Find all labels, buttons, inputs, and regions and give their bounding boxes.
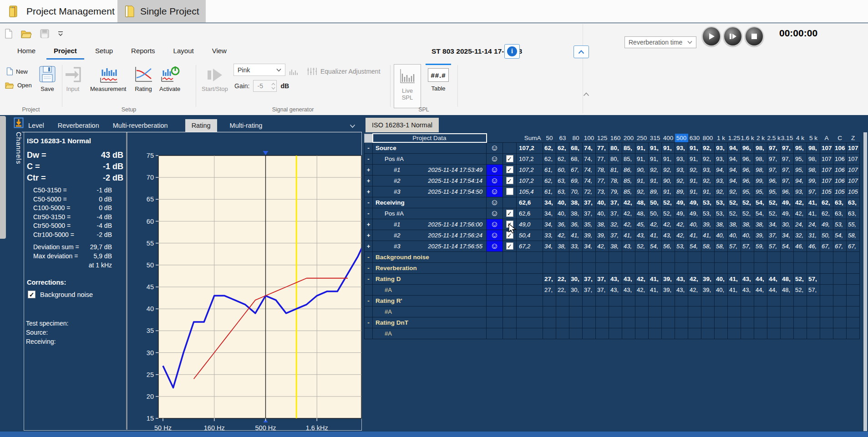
band-value[interactable]: 68, [569, 153, 583, 164]
band-value[interactable]: 93, [794, 186, 807, 197]
frequency-column-header[interactable]: 1.25 [728, 134, 741, 142]
band-value[interactable]: 39, [701, 273, 715, 284]
band-value[interactable]: 38, [569, 197, 583, 208]
expand-toggle[interactable]: - [365, 273, 373, 284]
band-value[interactable]: 95, [741, 186, 754, 197]
band-value[interactable]: 50, [649, 197, 662, 208]
band-value[interactable]: 40, [728, 230, 741, 241]
band-value[interactable]: 40, [715, 230, 728, 241]
band-value[interactable]: 74, [583, 142, 596, 153]
band-value[interactable] [807, 328, 820, 339]
band-value[interactable] [609, 317, 622, 328]
band-value[interactable]: 52, [767, 208, 781, 219]
band-value[interactable] [715, 262, 728, 273]
band-value[interactable]: 91, [635, 153, 649, 164]
suma-column-header[interactable]: SumA [517, 134, 543, 142]
stepper-up-icon[interactable] [271, 83, 275, 85]
tab-rating[interactable]: Rating [185, 119, 217, 132]
band-value[interactable]: 107 [820, 153, 833, 164]
band-value[interactable]: 30, [569, 284, 583, 295]
band-value[interactable] [754, 306, 767, 317]
band-value[interactable]: 94, [794, 175, 807, 186]
band-value[interactable]: 37, [767, 230, 781, 241]
band-value[interactable] [662, 328, 675, 339]
include-checkbox[interactable]: ✓ [506, 155, 513, 162]
band-value[interactable]: 42, [675, 219, 688, 230]
band-value[interactable] [556, 295, 569, 306]
band-value[interactable]: 54, [833, 230, 847, 241]
band-value[interactable]: 53, [675, 241, 688, 251]
band-value[interactable]: 95, [767, 186, 781, 197]
band-value[interactable] [543, 262, 556, 273]
band-value[interactable]: 92, [662, 164, 675, 175]
band-value[interactable]: 52, [635, 241, 649, 251]
band-value[interactable]: 37, [583, 284, 596, 295]
band-value[interactable]: 52, [794, 273, 807, 284]
band-value[interactable] [767, 295, 781, 306]
input-button[interactable]: Input [64, 66, 82, 92]
band-value[interactable]: 90, [662, 175, 675, 186]
band-value[interactable]: 80, [609, 142, 622, 153]
measurement-button[interactable]: Measurement [90, 66, 126, 92]
open-button[interactable]: Open [5, 81, 32, 89]
band-value[interactable]: 96, [741, 142, 754, 153]
info-button[interactable]: i [504, 44, 520, 59]
band-value[interactable]: 38, [556, 241, 569, 251]
band-value[interactable]: 98, [754, 153, 767, 164]
toolbar-customize-icon[interactable] [57, 30, 64, 37]
expand-toggle[interactable]: - [365, 317, 373, 328]
band-value[interactable]: 44, [767, 273, 781, 284]
band-value[interactable]: 67, [833, 241, 847, 251]
band-value[interactable] [635, 328, 649, 339]
expand-toggle[interactable]: + [365, 219, 373, 230]
include-checkbox[interactable]: ✓ [506, 210, 513, 217]
suma-value[interactable]: 50,4 [517, 230, 543, 241]
band-value[interactable] [649, 306, 662, 317]
band-value[interactable]: 67, [820, 241, 833, 251]
channels-dock-strip[interactable] [0, 116, 6, 239]
tab-reverberation[interactable]: Reverberation [57, 119, 100, 132]
band-value[interactable]: 89, [649, 186, 662, 197]
frequency-column-header[interactable]: 63 [556, 134, 569, 142]
frequency-column-header[interactable]: 200 [622, 134, 635, 142]
activate-button[interactable]: Activate [159, 66, 180, 92]
band-value[interactable]: 56, [662, 241, 675, 251]
band-value[interactable]: 91, [649, 153, 662, 164]
stop-button[interactable] [745, 26, 764, 46]
band-value[interactable] [847, 251, 860, 262]
band-value[interactable]: 37, [596, 284, 609, 295]
band-value[interactable] [569, 317, 583, 328]
band-value[interactable]: 22, [556, 284, 569, 295]
band-value[interactable] [662, 295, 675, 306]
band-value[interactable] [688, 295, 701, 306]
frequency-column-header[interactable]: 5 k [807, 134, 820, 142]
band-value[interactable] [715, 306, 728, 317]
band-value[interactable]: 93, [675, 153, 688, 164]
pause-continue-button[interactable] [723, 26, 742, 46]
status-smiley-icon[interactable]: ☺ [487, 219, 503, 230]
band-value[interactable]: 43, [609, 284, 622, 295]
band-value[interactable]: 80, [609, 153, 622, 164]
band-value[interactable]: 85, [622, 175, 635, 186]
band-value[interactable] [649, 251, 662, 262]
band-value[interactable]: 41, [728, 284, 741, 295]
rating-chart[interactable]: 1520253035404550556065707550 Hz160 Hz500… [128, 132, 362, 430]
band-value[interactable] [675, 328, 688, 339]
suma-value[interactable] [517, 295, 543, 306]
band-value[interactable]: 48, [635, 197, 649, 208]
band-value[interactable] [583, 306, 596, 317]
status-smiley-icon[interactable]: ☺ [487, 175, 503, 186]
frequency-column-header[interactable]: 250 [635, 134, 649, 142]
band-value[interactable] [596, 306, 609, 317]
band-value[interactable] [596, 295, 609, 306]
band-value[interactable] [622, 328, 635, 339]
band-value[interactable]: 91, [662, 153, 675, 164]
band-value[interactable]: 105 [820, 186, 833, 197]
expand-toggle[interactable]: - [365, 208, 373, 219]
band-value[interactable]: 42, [622, 219, 635, 230]
band-value[interactable]: 99, [807, 175, 820, 186]
spl-table-button[interactable]: ##.# Table [424, 64, 452, 108]
band-value[interactable] [609, 306, 622, 317]
start-stop-button[interactable]: Start/Stop [202, 67, 228, 92]
save-button[interactable]: Save [38, 65, 56, 92]
